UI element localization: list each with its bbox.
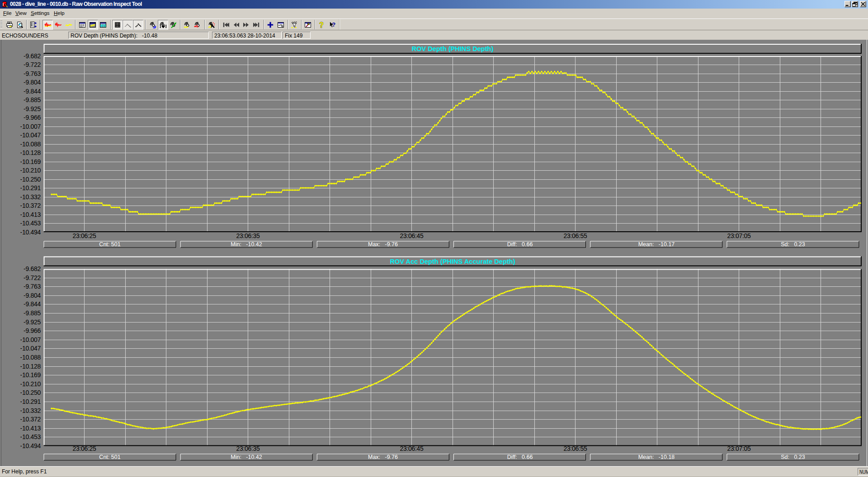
svg-text:23:07:05: 23:07:05	[727, 445, 751, 452]
svg-text:Sd: 0.23: Sd: 0.23	[781, 241, 805, 248]
svg-text:-10.332: -10.332	[20, 193, 41, 201]
svg-text:-10.291: -10.291	[20, 398, 41, 405]
svg-text:-9.763: -9.763	[24, 70, 41, 77]
svg-text:?: ?	[331, 21, 335, 28]
svg-text:-10.250: -10.250	[20, 176, 41, 183]
svg-text:23:06:55: 23:06:55	[563, 232, 587, 239]
svg-text:23:06:35: 23:06:35	[236, 445, 260, 452]
svg-text:23:06:35: 23:06:35	[236, 232, 260, 239]
svg-text:-9.885: -9.885	[24, 96, 41, 103]
svg-text:-10.494: -10.494	[20, 229, 41, 236]
svg-text:ROV Depth (PHINS Depth): ROV Depth (PHINS Depth)	[412, 45, 494, 52]
svg-text:-9.844: -9.844	[24, 88, 41, 95]
svg-text:-9.925: -9.925	[24, 318, 41, 326]
svg-text:-9.966: -9.966	[24, 114, 41, 121]
svg-text:-10.291: -10.291	[20, 184, 41, 192]
svg-text:-9.722: -9.722	[24, 274, 41, 281]
svg-text:-10.372: -10.372	[20, 416, 41, 423]
svg-text:-10.007: -10.007	[20, 336, 41, 343]
svg-text:ROV Acc Depth (PHINS Accurate: ROV Acc Depth (PHINS Accurate Depth)	[390, 258, 515, 265]
svg-text:-9.682: -9.682	[24, 52, 41, 60]
svg-text:23:06:45: 23:06:45	[400, 232, 424, 239]
svg-text:?: ?	[319, 21, 324, 28]
svg-text:Cnt: 501: Cnt: 501	[99, 241, 120, 248]
svg-text:23:07:05: 23:07:05	[727, 232, 751, 239]
svg-text:-9.804: -9.804	[24, 79, 41, 86]
svg-text:-10.372: -10.372	[20, 202, 41, 209]
svg-text:23:06:25: 23:06:25	[72, 445, 96, 452]
svg-text:-10.413: -10.413	[20, 425, 41, 432]
svg-text:-10.088: -10.088	[20, 140, 41, 148]
svg-text:-9.925: -9.925	[24, 105, 41, 112]
svg-text:23:06:25: 23:06:25	[72, 232, 96, 239]
svg-text:23:06:45: 23:06:45	[400, 445, 424, 452]
svg-text:-10.047: -10.047	[20, 345, 41, 352]
svg-text:-10.250: -10.250	[20, 389, 41, 396]
svg-text:-10.128: -10.128	[20, 363, 41, 370]
svg-text:-9.885: -9.885	[24, 309, 41, 317]
svg-text:Min: -10.42: Min: -10.42	[231, 454, 262, 460]
svg-text:-9.682: -9.682	[24, 265, 41, 272]
svg-text:-9.763: -9.763	[24, 283, 41, 290]
svg-text:Mean: -10.17: Mean: -10.17	[638, 241, 675, 248]
svg-text:-10.047: -10.047	[20, 131, 41, 139]
svg-text:-10.088: -10.088	[20, 354, 41, 361]
svg-text:-10.007: -10.007	[20, 123, 41, 130]
svg-text:-9.966: -9.966	[24, 327, 41, 334]
svg-text:Min: -10.42: Min: -10.42	[231, 241, 262, 248]
svg-text:-9.722: -9.722	[24, 61, 41, 68]
svg-text:-9.844: -9.844	[24, 300, 41, 308]
svg-text:Max: -9.76: Max: -9.76	[368, 241, 398, 248]
svg-text:-9.804: -9.804	[24, 292, 41, 299]
svg-text:Diff: 0.66: Diff: 0.66	[507, 241, 533, 248]
svg-text:en: en	[100, 23, 106, 28]
svg-text:-10.453: -10.453	[20, 433, 41, 440]
svg-text:-10.494: -10.494	[20, 442, 41, 449]
svg-text:Mean: -10.18: Mean: -10.18	[638, 454, 675, 460]
svg-text:-10.169: -10.169	[20, 158, 41, 165]
svg-text:-10.169: -10.169	[20, 371, 41, 379]
svg-text:Sd: 0.23: Sd: 0.23	[781, 454, 805, 460]
svg-text:Diff: 0.66: Diff: 0.66	[507, 454, 533, 460]
svg-text:-10.453: -10.453	[20, 220, 41, 227]
svg-text:Max: -9.76: Max: -9.76	[368, 454, 398, 460]
svg-text:-10.210: -10.210	[20, 167, 41, 174]
svg-text:23:06:55: 23:06:55	[563, 445, 587, 452]
svg-text:-10.332: -10.332	[20, 407, 41, 414]
svg-text:-10.128: -10.128	[20, 149, 41, 156]
svg-text:Cnt: 501: Cnt: 501	[99, 454, 120, 460]
svg-text:-10.413: -10.413	[20, 211, 41, 218]
svg-text:-10.210: -10.210	[20, 380, 41, 388]
